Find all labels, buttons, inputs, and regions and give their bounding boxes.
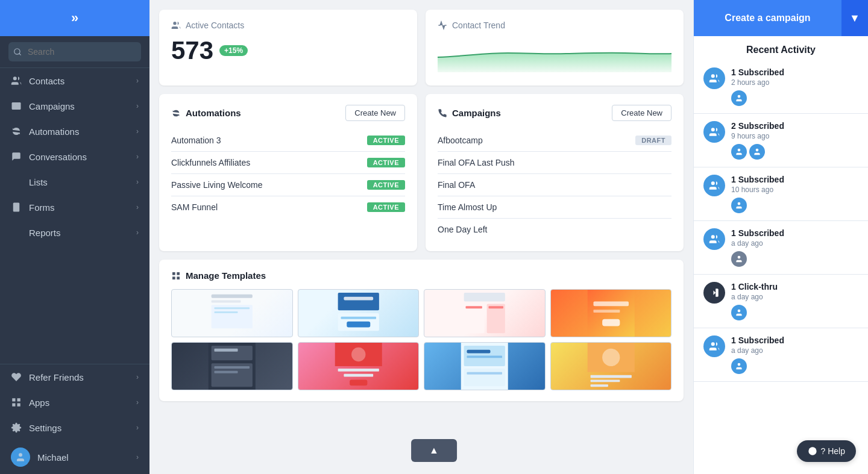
user-icon-3-1 (735, 201, 743, 210)
nav-campaigns-arrow: › (136, 102, 139, 110)
activity-content-3: 1 Subscribed 10 hours ago (731, 175, 858, 213)
svg-point-59 (602, 349, 620, 366)
svg-rect-54 (467, 350, 491, 354)
people-icon-4 (709, 234, 720, 245)
template-thumb-3[interactable] (424, 289, 546, 337)
nav-conversations[interactable]: Conversations › (0, 144, 149, 169)
campaign-status-1: DRAFT (635, 136, 671, 145)
campaign-name-1: Afbootcamp (438, 136, 483, 145)
top-cards-row: Active Contacts 573 +15% Contact Trend (159, 10, 684, 86)
activity-time-1: 2 hours ago (731, 78, 858, 87)
automation-name-4: SAM Funnel (171, 202, 218, 212)
campaigns-create-btn[interactable]: Create New (612, 105, 671, 121)
create-campaign-bar: Create a campaign ▼ (694, 0, 868, 36)
template-preview-4 (551, 290, 671, 337)
nav-user[interactable]: Michael › (0, 440, 149, 474)
activity-item-4: 1 Subscribed a day ago (694, 221, 868, 275)
template-thumb-5[interactable] (171, 342, 293, 390)
contact-trend-title: Contact Trend (452, 20, 505, 30)
avatar-3-1 (731, 198, 747, 213)
user-icon-5-1 (735, 308, 743, 317)
nav-settings-arrow: › (136, 423, 139, 432)
automation-name-3: Passive Living Welcome (171, 180, 262, 190)
nav-apps[interactable]: Apps › (0, 390, 149, 415)
templates-grid (171, 289, 671, 390)
activity-item-6: 1 Subscribed a day ago (694, 328, 868, 382)
nav-lists-label: Lists (29, 177, 48, 187)
help-button[interactable]: ? Help (797, 440, 856, 462)
nav-automations[interactable]: Automations › (0, 119, 149, 144)
svg-rect-55 (467, 355, 503, 358)
nav-refer[interactable]: Refer Friends › (0, 364, 149, 390)
campaign-name-3: Final OFA (438, 180, 475, 190)
activity-avatars-5 (731, 305, 858, 320)
svg-rect-32 (464, 293, 505, 302)
user-avatar (11, 447, 30, 467)
activity-item-1: 1 Subscribed 2 hours ago (694, 60, 868, 114)
nav-settings[interactable]: Settings › (0, 415, 149, 440)
svg-rect-27 (338, 293, 379, 310)
search-input[interactable] (8, 42, 141, 61)
create-campaign-dropdown-button[interactable]: ▼ (841, 0, 868, 36)
nav-forms[interactable]: Forms › (0, 195, 149, 220)
main-content: Active Contacts 573 +15% Contact Trend (149, 0, 693, 474)
sidebar: » Contacts › Campaigns › Automations › C… (0, 0, 149, 474)
user-icon-1-1 (735, 94, 743, 102)
template-thumb-6[interactable] (298, 342, 420, 390)
template-thumb-1[interactable] (171, 289, 293, 337)
contacts-icon (11, 75, 22, 86)
svg-rect-45 (215, 366, 250, 369)
campaign-item-3: Final OFA (438, 174, 671, 196)
activity-title-3: 1 Subscribed (731, 175, 858, 184)
activity-avatars-3 (731, 198, 858, 213)
people-icon-2 (709, 126, 720, 137)
activity-title-5: 1 Click-thru (731, 282, 858, 292)
svg-rect-26 (215, 311, 238, 313)
template-preview-7 (424, 343, 545, 390)
search-icon (13, 48, 22, 56)
active-contacts-icon (171, 20, 181, 30)
nav-contacts[interactable]: Contacts › (0, 68, 149, 93)
active-contacts-header: Active Contacts (171, 20, 405, 30)
automation-status-3: ACTIVE (367, 180, 405, 190)
svg-rect-20 (172, 276, 175, 279)
automations-create-btn[interactable]: Create New (345, 105, 405, 121)
activity-title-2: 2 Subscribed (731, 121, 858, 131)
template-thumb-2[interactable] (298, 289, 420, 337)
activity-icon-subscribed-4 (703, 228, 725, 250)
nav-lists-arrow: › (136, 178, 139, 186)
svg-rect-50 (344, 374, 373, 377)
scroll-up-button[interactable]: ▲ (411, 439, 457, 462)
template-thumb-4[interactable] (550, 289, 672, 337)
svg-rect-56 (464, 369, 505, 386)
automations-list: Automation 3 ACTIVE Clickfunnels Affilia… (171, 129, 405, 218)
template-thumb-7[interactable] (424, 342, 546, 390)
right-panel: Create a campaign ▼ Recent Activity 1 Su… (693, 0, 868, 474)
nav-user-label: Michael (37, 452, 69, 463)
lists-icon (11, 176, 22, 187)
svg-rect-60 (590, 375, 631, 378)
nav-forms-label: Forms (29, 202, 55, 213)
nav-apps-label: Apps (29, 398, 49, 408)
svg-rect-6 (13, 203, 20, 212)
sidebar-logo: » (0, 0, 149, 36)
activity-icon-subscribed-1 (703, 67, 725, 89)
nav-lists[interactable]: Lists › (0, 169, 149, 195)
create-campaign-button[interactable]: Create a campaign (694, 0, 841, 36)
nav-campaigns[interactable]: Campaigns › (0, 93, 149, 119)
activity-title-4: 1 Subscribed (731, 228, 858, 238)
campaign-name-4: Time Almost Up (438, 202, 497, 212)
templates-header: Manage Templates (171, 270, 671, 281)
nav-refer-label: Refer Friends (29, 372, 84, 382)
nav-reports[interactable]: Reports › (0, 220, 149, 245)
user-icon-6-1 (735, 362, 743, 370)
people-icon-3 (709, 180, 720, 191)
template-thumb-8[interactable] (550, 342, 672, 390)
nav-automations-arrow: › (136, 127, 139, 136)
templates-title-group: Manage Templates (171, 270, 266, 281)
svg-rect-23 (212, 301, 241, 303)
activity-avatars-1 (731, 90, 858, 106)
svg-rect-51 (350, 379, 367, 385)
active-contacts-count: 573 (171, 36, 213, 65)
svg-rect-57 (467, 372, 503, 375)
